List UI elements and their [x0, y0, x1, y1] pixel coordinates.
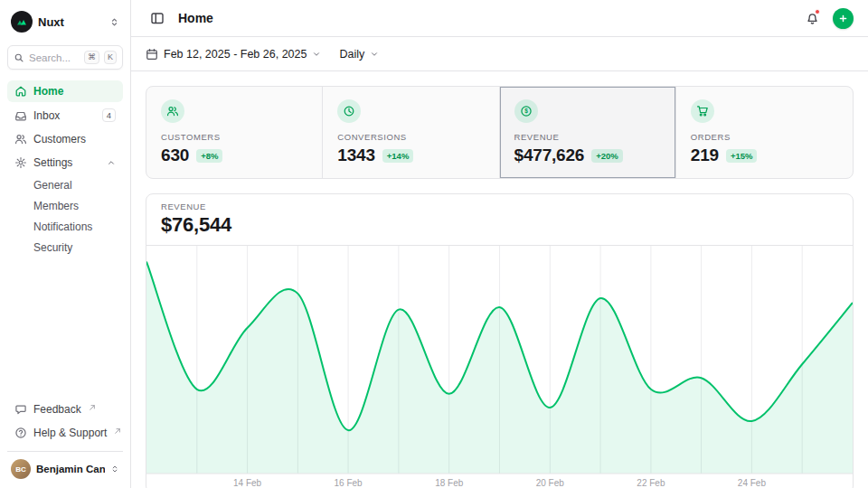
user-name: Benjamin Canac: [36, 464, 105, 474]
sidebar-item-label: Settings: [33, 156, 100, 169]
stat-card-orders[interactable]: ORDERS 219 +15%: [676, 87, 853, 178]
users-icon: [14, 133, 27, 145]
kbd-k: K: [104, 51, 117, 64]
user-menu[interactable]: BC Benjamin Canac: [7, 451, 123, 481]
chevron-up-icon: [107, 158, 116, 167]
sidebar-item-customers[interactable]: Customers: [7, 128, 123, 150]
stat-label: ORDERS: [691, 132, 838, 142]
filters-toolbar: Feb 12, 2025 - Feb 26, 2025 Daily: [131, 37, 868, 71]
sidebar-footer: Feedback Help & Support BC Benjamin Cana…: [7, 399, 123, 481]
stat-card-revenue[interactable]: $ REVENUE $477,626 +20%: [500, 87, 676, 178]
chevrons-up-down-icon: [110, 465, 119, 474]
sidebar-item-notifications[interactable]: Notifications: [7, 217, 123, 237]
svg-text:24 Feb: 24 Feb: [738, 478, 767, 488]
avatar: BC: [11, 459, 31, 479]
stat-label: REVENUE: [514, 132, 661, 142]
stat-delta-badge: +14%: [382, 149, 414, 163]
stat-label: CONVERSIONS: [337, 132, 484, 142]
chevron-down-icon: [312, 50, 321, 59]
feedback-link[interactable]: Feedback: [7, 399, 123, 420]
period-select[interactable]: Daily: [339, 48, 379, 61]
clock-icon: [337, 99, 361, 123]
top-header: Home: [131, 0, 868, 37]
chart-label: REVENUE: [161, 202, 838, 211]
calendar-icon: [146, 48, 158, 61]
sidebar-item-inbox[interactable]: Inbox 4: [7, 104, 123, 127]
svg-text:$: $: [524, 108, 528, 115]
chart-value: $76,544: [161, 213, 838, 237]
svg-text:22 Feb: 22 Feb: [637, 478, 665, 488]
svg-text:16 Feb: 16 Feb: [335, 478, 363, 488]
team-switcher[interactable]: Nuxt: [7, 7, 123, 36]
sidebar-item-label: Customers: [33, 133, 116, 145]
stat-delta-badge: +15%: [726, 149, 758, 163]
revenue-chart-body[interactable]: 14 Feb16 Feb18 Feb20 Feb22 Feb24 Feb: [146, 246, 853, 488]
dollar-circle-icon: $: [514, 99, 538, 123]
dashboard-content: CUSTOMERS 630 +8% CONVERSIONS 1343 +14%: [131, 71, 868, 488]
stat-value: 1343: [337, 145, 375, 165]
sidebar-toggle-button[interactable]: [146, 6, 169, 30]
add-button[interactable]: [833, 8, 854, 29]
date-range-picker[interactable]: Feb 12, 2025 - Feb 26, 2025: [146, 48, 321, 61]
help-circle-icon: [14, 427, 27, 439]
date-range-value: Feb 12, 2025 - Feb 26, 2025: [164, 48, 307, 61]
external-link-icon: [114, 427, 121, 435]
page-title: Home: [178, 11, 213, 25]
sidebar-item-members[interactable]: Members: [7, 196, 123, 216]
stat-value: $477,626: [514, 145, 585, 165]
help-support-label: Help & Support: [33, 427, 107, 439]
svg-text:18 Feb: 18 Feb: [435, 478, 464, 488]
stat-value: 630: [161, 145, 189, 165]
svg-text:14 Feb: 14 Feb: [233, 478, 262, 488]
sidebar-item-home[interactable]: Home: [7, 80, 123, 102]
sidebar-nav: Home Inbox 4 Customers Settings: [7, 80, 123, 258]
inbox-icon: [14, 109, 27, 122]
stat-label: CUSTOMERS: [161, 132, 307, 142]
sidebar-item-settings[interactable]: Settings: [7, 152, 123, 174]
revenue-chart-card: REVENUE $76,544 14 Feb16 Feb18 Feb20 Feb…: [146, 193, 854, 488]
chevrons-up-down-icon: [109, 17, 119, 27]
notification-dot: [815, 9, 820, 14]
app-window: Nuxt Search... ⌘ K Home: [0, 0, 868, 488]
cart-icon: [691, 99, 714, 123]
svg-text:20 Feb: 20 Feb: [536, 478, 565, 488]
stat-value: 219: [691, 145, 719, 165]
stat-card-conversions[interactable]: CONVERSIONS 1343 +14%: [323, 87, 499, 178]
feedback-label: Feedback: [33, 403, 81, 416]
settings-children: General Members Notifications Security: [7, 175, 123, 258]
revenue-chart-svg: 14 Feb16 Feb18 Feb20 Feb22 Feb24 Feb: [146, 246, 853, 488]
period-value: Daily: [339, 48, 364, 61]
sidebar: Nuxt Search... ⌘ K Home: [0, 0, 131, 488]
stats-row: CUSTOMERS 630 +8% CONVERSIONS 1343 +14%: [146, 86, 854, 179]
team-name: Nuxt: [38, 15, 104, 29]
home-icon: [14, 85, 27, 98]
stat-card-customers[interactable]: CUSTOMERS 630 +8%: [146, 87, 323, 178]
search-icon: [14, 52, 24, 63]
kbd-cmd: ⌘: [84, 51, 99, 64]
search-input[interactable]: Search... ⌘ K: [7, 45, 123, 70]
sidebar-item-label: Inbox: [33, 109, 96, 122]
gear-icon: [14, 156, 27, 169]
notifications-bell-button[interactable]: [800, 6, 824, 30]
message-bubble-icon: [14, 403, 27, 416]
users-icon: [161, 99, 184, 123]
main-area: Home Feb 12, 2025 - Feb 26, 2025: [131, 0, 868, 488]
stat-delta-badge: +8%: [196, 149, 222, 163]
nuxt-logo-icon: [11, 11, 33, 33]
sidebar-item-label: Home: [33, 85, 116, 98]
sidebar-item-general[interactable]: General: [7, 175, 123, 195]
search-placeholder: Search...: [29, 52, 80, 63]
chevron-down-icon: [370, 50, 379, 59]
sidebar-item-security[interactable]: Security: [7, 238, 123, 258]
external-link-icon: [89, 404, 96, 411]
stat-delta-badge: +20%: [591, 149, 623, 163]
revenue-chart-header: REVENUE $76,544: [146, 194, 853, 246]
inbox-count-badge: 4: [102, 108, 116, 122]
help-support-link[interactable]: Help & Support: [7, 422, 123, 444]
